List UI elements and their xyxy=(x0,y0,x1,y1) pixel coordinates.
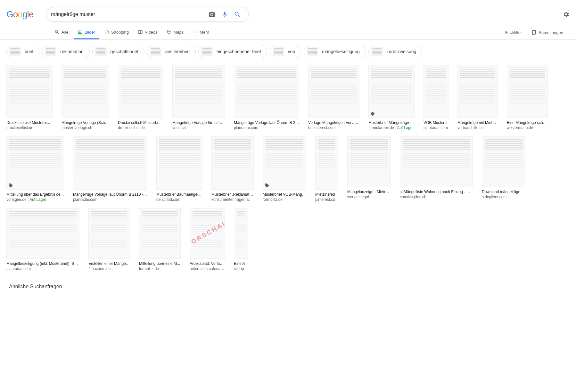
result-source: unterrichtsmaterial.ch xyxy=(190,266,225,271)
product-tag-icon xyxy=(8,183,13,188)
result-thumb xyxy=(172,65,225,118)
result-title: VOB Musterb xyxy=(424,120,448,125)
result-title: Musterbrief Baumaengel... xyxy=(156,192,202,197)
result-thumb xyxy=(308,65,359,118)
chip-label: eingeschriebener brief xyxy=(217,49,261,54)
chip-mängelbeseitigung[interactable]: mängelbeseitigung xyxy=(304,45,366,58)
tab-videos[interactable]: Videos xyxy=(134,25,161,39)
result-source: br.pinterest.com xyxy=(308,126,359,130)
header: Google xyxy=(0,0,576,25)
image-result[interactable]: Mietzinsredpinterest.co xyxy=(315,136,338,202)
result-source: conviva-plus.ch xyxy=(400,195,473,199)
chip-thumb xyxy=(371,47,383,56)
image-result[interactable]: Eine Aslidep xyxy=(234,208,248,271)
result-title: Drucke selbst! Musterbr... xyxy=(6,120,53,125)
image-result[interactable]: Mängelrüge Vorlage laut Önorm B 21...pla… xyxy=(234,65,299,130)
image-result[interactable]: VOB Musterbplanradar.com xyxy=(424,65,448,130)
tab-label: Shopping xyxy=(111,30,129,35)
image-result[interactable]: Mängelrüge Vorlage laut Önorm B 2110 - W… xyxy=(73,136,147,202)
image-result[interactable]: Drucke selbst! Musterbr...druckeselbst.d… xyxy=(6,65,53,130)
search-input[interactable] xyxy=(51,12,205,17)
chip-reklamation[interactable]: reklamation xyxy=(42,45,89,58)
tab-images[interactable]: Bilder xyxy=(74,25,99,39)
result-source: planradar.com xyxy=(6,266,79,271)
result-title: Eine Mängelrüge schrei... xyxy=(507,120,548,125)
image-result[interactable]: VORSCHAUArbeitsblatt: Vorlage ei...unter… xyxy=(190,208,225,271)
camera-icon[interactable] xyxy=(205,11,218,18)
image-result[interactable]: Mängelrüge Vorlage (Schw...muster-vorlag… xyxy=(62,65,109,130)
chip-brief[interactable]: brief xyxy=(6,45,39,58)
result-source: pinterest.co xyxy=(315,197,338,202)
tab-shopping[interactable]: Shopping xyxy=(100,25,133,39)
image-result[interactable]: Vorlage Mängelrüge | Vorlage...br.pinter… xyxy=(308,65,359,130)
tab-more[interactable]: Mehr xyxy=(189,25,213,39)
image-result[interactable]: Drucke selbst! Musterbr...druckeselbst.d… xyxy=(118,65,163,130)
result-source: westermann.de xyxy=(507,126,548,130)
chip-anschreiben[interactable]: anschreiben xyxy=(147,45,196,58)
result-source: planradar.com xyxy=(73,197,147,202)
svg-point-2 xyxy=(79,31,80,32)
image-result[interactable]: Mängelanzeige - Mietrec...wonder.legal xyxy=(347,136,391,202)
result-title: Mitteilung über eine M... xyxy=(139,261,181,266)
image-result[interactable]: Mängelrüge Vorlage für Liefe...vorla.ch xyxy=(172,65,225,130)
chip-geschäftsbrief[interactable]: geschäftsbrief xyxy=(92,45,144,58)
nav-tabs: Alle Bilder Shopping Videos Maps Mehr xyxy=(51,25,213,39)
settings-icon[interactable] xyxy=(563,11,570,18)
result-thumb xyxy=(234,65,299,118)
google-logo[interactable]: Google xyxy=(6,9,33,20)
result-source: formblitz.de xyxy=(139,266,181,271)
image-result[interactable]: Mitteilung über das Ergebnis de...vorlag… xyxy=(6,136,64,202)
search-icon[interactable] xyxy=(231,11,244,18)
refinement-chips: briefreklamationgeschäftsbriefanschreibe… xyxy=(0,40,576,63)
image-result[interactable]: Musterbrief Baumaengel...de.scribd.com xyxy=(156,136,202,202)
result-thumb xyxy=(6,65,53,118)
svg-point-5 xyxy=(193,32,194,33)
image-result[interactable]: Musterbrief Mängelrüge | ...formularbox.… xyxy=(368,65,415,130)
result-thumb xyxy=(347,136,391,187)
tab-all[interactable]: Alle xyxy=(51,25,72,39)
image-result[interactable]: Mängelrüge mit Mietzin...vertragshilfe.c… xyxy=(457,65,498,130)
image-result[interactable]: Mängelbeseitigung (inkl. Musterbrief): S… xyxy=(6,208,79,271)
image-result[interactable]: ▷ Mängelliste Wohnung nach Einzug - Mu..… xyxy=(400,136,473,202)
mic-icon[interactable] xyxy=(218,11,231,18)
result-thumb xyxy=(6,136,64,190)
result-source: slidep xyxy=(234,266,248,271)
chip-thumb xyxy=(9,47,21,56)
image-result[interactable]: Eine Mängelrüge schrei...westermann.de xyxy=(507,65,548,130)
result-title: Mängelrüge Vorlage (Schw... xyxy=(62,120,109,125)
chip-zurückweisung[interactable]: zurückweisung xyxy=(368,45,423,58)
tab-label: Videos xyxy=(145,30,158,35)
result-thumb xyxy=(424,65,448,118)
chip-thumb xyxy=(307,47,318,56)
result-title: Arbeitsblatt: Vorlage ei... xyxy=(190,261,225,266)
result-thumb xyxy=(400,136,473,187)
result-thumb xyxy=(457,65,498,118)
image-result[interactable]: Download mängelrüge ...stringfixer.com xyxy=(482,136,526,202)
tab-maps[interactable]: Maps xyxy=(162,25,187,39)
chip-eingeschriebener-brief[interactable]: eingeschriebener brief xyxy=(198,45,267,58)
result-thumb xyxy=(507,65,548,118)
chip-label: mängelbeseitigung xyxy=(322,49,360,54)
image-result[interactable]: Musterbrief VOB-Mänge...formblitz.de xyxy=(263,136,306,202)
result-thumb xyxy=(368,65,415,118)
image-result[interactable]: Mitteilung über eine M...formblitz.de xyxy=(139,208,181,271)
chip-label: zurückweisung xyxy=(387,49,416,54)
svg-point-7 xyxy=(196,32,197,33)
result-title: Mängelrüge Vorlage laut Önorm B 21... xyxy=(234,120,299,125)
search-bar[interactable] xyxy=(46,7,249,22)
svg-point-6 xyxy=(195,32,196,33)
result-thumb xyxy=(156,136,202,190)
result-source: druckeselbst.de xyxy=(118,126,163,130)
tab-label: Mehr xyxy=(200,30,209,35)
sammlungen-button[interactable]: Sammlungen xyxy=(531,25,563,39)
result-title: Vorlage Mängelrüge | Vorlage... xyxy=(308,120,359,125)
result-thumb xyxy=(88,208,130,259)
result-title: Mitteilung über das Ergebnis de... xyxy=(6,192,64,197)
image-result[interactable]: Musterbrief „Reklamatio...konsumentenfra… xyxy=(211,136,254,202)
result-title: Musterbrief Mängelrüge | ... xyxy=(368,120,415,125)
result-source: de.scribd.com xyxy=(156,197,202,202)
chip-vob[interactable]: vob xyxy=(270,45,301,58)
image-result[interactable]: Erstellen einer Mängelr...4teachers.de xyxy=(88,208,130,271)
suchfilter-button[interactable]: Suchfilter xyxy=(505,25,522,39)
result-source: formularbox.de · Auf Lager xyxy=(368,126,415,130)
